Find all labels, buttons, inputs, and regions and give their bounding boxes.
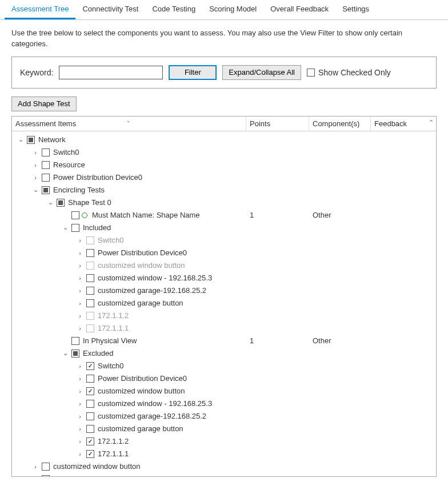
chevron-right-icon[interactable]: ›: [76, 274, 84, 282]
tab-settings[interactable]: Settings: [335, 0, 376, 19]
chevron-down-icon[interactable]: ⌄: [61, 224, 69, 232]
tree-row[interactable]: ›customized garage-192.168.25.2: [12, 410, 436, 423]
chevron-right-icon[interactable]: ›: [76, 287, 84, 295]
tree-row[interactable]: ›Power Distribution Device0: [12, 372, 436, 385]
chevron-right-icon[interactable]: ›: [31, 475, 39, 476]
tree-row[interactable]: ›172.1.1.1: [12, 448, 436, 460]
keyword-input[interactable]: [59, 66, 163, 79]
tree-checkbox[interactable]: [71, 224, 79, 232]
tree-row[interactable]: ›Switch0: [12, 146, 436, 159]
column-header-points[interactable]: Points: [246, 117, 309, 131]
tree-row[interactable]: ›Must Match Name: Shape Name1Other: [12, 209, 436, 222]
tree-row[interactable]: ›Switch0: [12, 234, 436, 247]
tree-row[interactable]: ›Switch0: [12, 360, 436, 372]
show-checked-only-checkbox[interactable]: [307, 69, 315, 77]
tree-row[interactable]: ›Resource: [12, 159, 436, 171]
tree-checkbox[interactable]: [86, 400, 94, 408]
tree-checkbox[interactable]: [42, 475, 50, 476]
chevron-right-icon[interactable]: ›: [76, 324, 84, 332]
chevron-down-icon[interactable]: ⌄: [46, 199, 54, 207]
tree-checkbox[interactable]: [86, 324, 94, 332]
chevron-right-icon[interactable]: ›: [31, 174, 39, 182]
tree-checkbox[interactable]: [86, 312, 94, 320]
tree-row[interactable]: ›customized window button: [12, 259, 436, 272]
tree-checkbox[interactable]: [57, 199, 65, 207]
chevron-right-icon[interactable]: ›: [76, 400, 84, 408]
chevron-right-icon[interactable]: ›: [76, 362, 84, 370]
tree-row[interactable]: ›customized garage-192.168.25.2: [12, 284, 436, 297]
scroll-up-icon[interactable]: ⌃: [429, 119, 434, 126]
chevron-down-icon[interactable]: ⌄: [31, 186, 39, 194]
tree-checkbox[interactable]: [71, 211, 79, 219]
tree-checkbox[interactable]: [86, 236, 94, 244]
chevron-right-icon[interactable]: ›: [76, 375, 84, 383]
tree-checkbox[interactable]: [42, 161, 50, 169]
tree-row[interactable]: ›customized window button: [12, 460, 436, 473]
chevron-right-icon[interactable]: ›: [76, 312, 84, 320]
tree-checkbox[interactable]: [86, 262, 94, 270]
tree-checkbox[interactable]: [42, 148, 50, 156]
tree-row[interactable]: ⌄Network: [12, 134, 436, 146]
tree-row[interactable]: ›172.1.1.1: [12, 322, 436, 335]
chevron-right-icon[interactable]: ›: [76, 425, 84, 433]
tree-row[interactable]: ›customized window - 192.168.25.3: [12, 272, 436, 284]
tree-row[interactable]: ›172.1.1.2: [12, 435, 436, 448]
tree-checkbox[interactable]: [86, 274, 94, 282]
tab-scoring-model[interactable]: Scoring Model: [202, 0, 263, 19]
tree-row[interactable]: ›In Physical View1Other: [12, 335, 436, 347]
tree-row[interactable]: ⌄Shape Test 0: [12, 196, 436, 209]
tab-overall-feedback[interactable]: Overall Feedback: [263, 0, 335, 19]
tree-row[interactable]: ›customized garage button: [12, 297, 436, 310]
tree-checkbox[interactable]: [86, 450, 94, 458]
chevron-right-icon[interactable]: ›: [31, 148, 39, 156]
tree-row[interactable]: ⌄Included: [12, 222, 436, 234]
tree-checkbox[interactable]: [42, 174, 50, 182]
chevron-down-icon[interactable]: ⌄: [61, 350, 69, 358]
tree-row[interactable]: ⌄Excluded: [12, 347, 436, 360]
column-header-components[interactable]: Component(s): [309, 117, 371, 131]
tree-row[interactable]: ›Power Distribution Device0: [12, 171, 436, 184]
tree-checkbox[interactable]: [86, 387, 94, 395]
tree-checkbox[interactable]: [42, 186, 50, 194]
tree-row[interactable]: ›172.1.1.2: [12, 310, 436, 322]
chevron-right-icon[interactable]: ›: [31, 161, 39, 169]
filter-button[interactable]: Filter: [169, 65, 217, 80]
show-checked-only-option[interactable]: Show Checked Only: [307, 68, 391, 77]
tree-row[interactable]: ›customized window - 192.168.25.3: [12, 397, 436, 410]
chevron-right-icon[interactable]: ›: [31, 463, 39, 471]
tree-row[interactable]: ›customized window - 192.168.25.3: [12, 473, 436, 476]
tree-row[interactable]: ›Power Distribution Device0: [12, 247, 436, 259]
tree-row[interactable]: ›customized garage button: [12, 423, 436, 435]
chevron-right-icon[interactable]: ›: [76, 387, 84, 395]
chevron-right-icon[interactable]: ›: [76, 262, 84, 270]
chevron-right-icon[interactable]: ›: [76, 299, 84, 307]
tree-checkbox[interactable]: [42, 463, 50, 471]
chevron-right-icon[interactable]: ›: [76, 412, 84, 420]
column-header-feedback[interactable]: Feedback: [371, 117, 436, 131]
sort-caret-icon[interactable]: ⌄: [126, 118, 132, 121]
chevron-right-icon[interactable]: ›: [76, 450, 84, 458]
tree-checkbox[interactable]: [27, 136, 35, 144]
tree-checkbox[interactable]: [86, 362, 94, 370]
tree-checkbox[interactable]: [86, 412, 94, 420]
tree-checkbox[interactable]: [86, 375, 94, 383]
tab-assessment-tree[interactable]: Assessment Tree: [5, 0, 75, 19]
tree-checkbox[interactable]: [71, 350, 79, 358]
add-shape-test-button[interactable]: Add Shape Test: [11, 97, 77, 111]
tree-checkbox[interactable]: [86, 437, 94, 445]
tab-connectivity-test[interactable]: Connectivity Test: [75, 0, 145, 19]
tree-checkbox[interactable]: [86, 425, 94, 433]
tab-code-testing[interactable]: Code Testing: [145, 0, 202, 19]
tree-row[interactable]: ⌄Encircling Tests: [12, 184, 436, 196]
chevron-right-icon[interactable]: ›: [76, 236, 84, 244]
tree-checkbox[interactable]: [86, 299, 94, 307]
expand-collapse-button[interactable]: Expand/Collapse All: [222, 65, 301, 80]
tree-checkbox[interactable]: [86, 287, 94, 295]
chevron-down-icon[interactable]: ⌄: [17, 136, 25, 144]
tree-checkbox[interactable]: [71, 337, 79, 345]
tree-row[interactable]: ›customized window button: [12, 385, 436, 397]
chevron-right-icon[interactable]: ›: [76, 437, 84, 445]
column-header-items[interactable]: Assessment Items ⌄: [12, 117, 246, 131]
tree-checkbox[interactable]: [86, 249, 94, 257]
chevron-right-icon[interactable]: ›: [76, 249, 84, 257]
